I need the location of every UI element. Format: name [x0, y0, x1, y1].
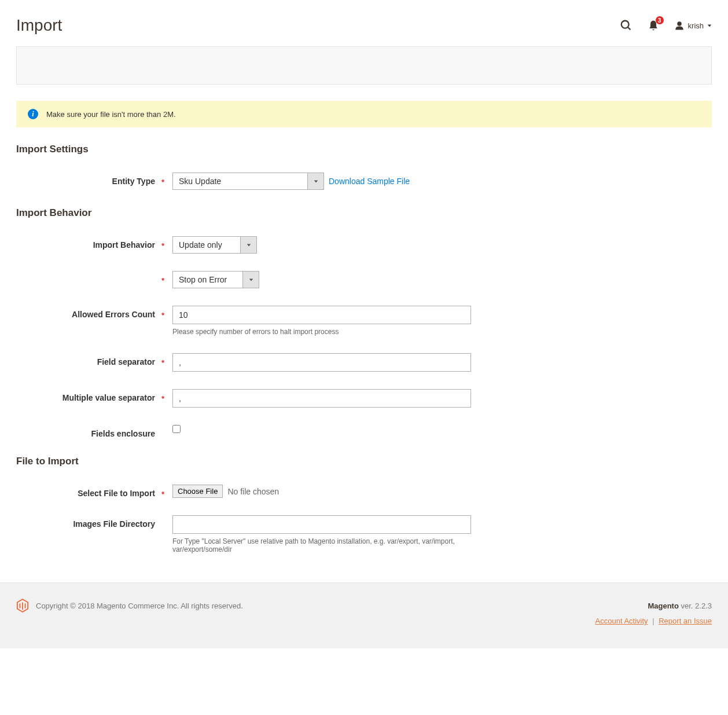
required-star-icon: * — [161, 178, 164, 186]
label-field-separator: Field separator * — [16, 353, 172, 366]
file-status-text: No file chosen — [227, 487, 279, 496]
validation-strategy-select[interactable]: Stop on Error — [172, 271, 259, 288]
allowed-errors-input[interactable] — [172, 306, 471, 324]
svg-line-1 — [627, 27, 630, 30]
info-banner-text: Make sure your file isn't more than 2M. — [46, 110, 176, 119]
page-title: Import — [16, 16, 62, 35]
chevron-down-icon — [240, 237, 256, 253]
images-dir-input[interactable] — [172, 515, 471, 534]
hint-images-dir: For Type "Local Server" use relative pat… — [172, 537, 471, 553]
notifications-button[interactable]: 3 — [648, 20, 659, 31]
download-sample-link[interactable]: Download Sample File — [329, 177, 410, 186]
required-star-icon: * — [161, 241, 164, 250]
account-activity-link[interactable]: Account Activity — [595, 617, 648, 625]
label-select-file: Select File to Import * — [16, 485, 172, 498]
magento-logo-icon — [16, 598, 29, 613]
divider: | — [652, 617, 654, 625]
label-import-behavior: Import Behavior * — [16, 236, 172, 250]
required-star-icon: * — [161, 394, 164, 403]
label-validation-strategy: * — [16, 271, 172, 275]
entity-type-select[interactable]: Sku Update — [172, 173, 324, 190]
label-multi-separator: Multiple value separator * — [16, 389, 172, 402]
import-behavior-select[interactable]: Update only — [172, 236, 257, 254]
required-star-icon: * — [161, 311, 164, 320]
label-fields-enclosure: Fields enclosure — [16, 425, 172, 438]
section-file-import: File to Import Select File to Import * C… — [16, 456, 712, 553]
required-star-icon: * — [161, 358, 164, 367]
brand-name: Magento — [648, 602, 678, 610]
page-header: Import 3 krish — [16, 0, 712, 46]
user-icon — [674, 20, 685, 31]
section-title-import-behavior: Import Behavior — [16, 207, 712, 219]
search-icon — [620, 19, 633, 32]
label-images-dir: Images File Directory — [16, 515, 172, 529]
header-actions: 3 krish — [620, 19, 712, 32]
page-footer: Copyright © 2018 Magento Commerce Inc. A… — [0, 582, 728, 648]
multi-separator-input[interactable] — [172, 389, 471, 408]
fields-enclosure-checkbox[interactable] — [172, 425, 181, 433]
search-button[interactable] — [620, 19, 633, 32]
section-import-settings: Import Settings Entity Type * Sku Update… — [16, 144, 712, 190]
svg-point-2 — [677, 21, 682, 26]
required-star-icon: * — [161, 490, 164, 498]
info-icon: i — [28, 109, 38, 119]
label-allowed-errors: Allowed Errors Count * — [16, 306, 172, 319]
section-title-import-settings: Import Settings — [16, 144, 712, 155]
toolbar-area — [16, 46, 712, 85]
hint-allowed-errors: Please specify number of errors to halt … — [172, 328, 471, 336]
chevron-down-icon — [242, 272, 259, 288]
svg-point-0 — [621, 21, 628, 28]
label-entity-type: Entity Type * — [16, 173, 172, 186]
caret-down-icon — [707, 23, 712, 28]
user-name: krish — [688, 21, 704, 30]
notification-badge: 3 — [656, 16, 664, 24]
info-banner: i Make sure your file isn't more than 2M… — [16, 101, 712, 127]
report-issue-link[interactable]: Report an Issue — [659, 617, 712, 625]
field-separator-input[interactable] — [172, 353, 471, 372]
section-import-behavior: Import Behavior Import Behavior * Update… — [16, 207, 712, 438]
choose-file-button[interactable]: Choose File — [172, 485, 223, 498]
version-text: ver. 2.2.3 — [681, 602, 712, 610]
section-title-file-import: File to Import — [16, 456, 712, 467]
required-star-icon: * — [161, 276, 164, 285]
user-menu[interactable]: krish — [674, 20, 712, 31]
chevron-down-icon — [307, 173, 323, 189]
copyright-text: Copyright © 2018 Magento Commerce Inc. A… — [36, 602, 243, 610]
